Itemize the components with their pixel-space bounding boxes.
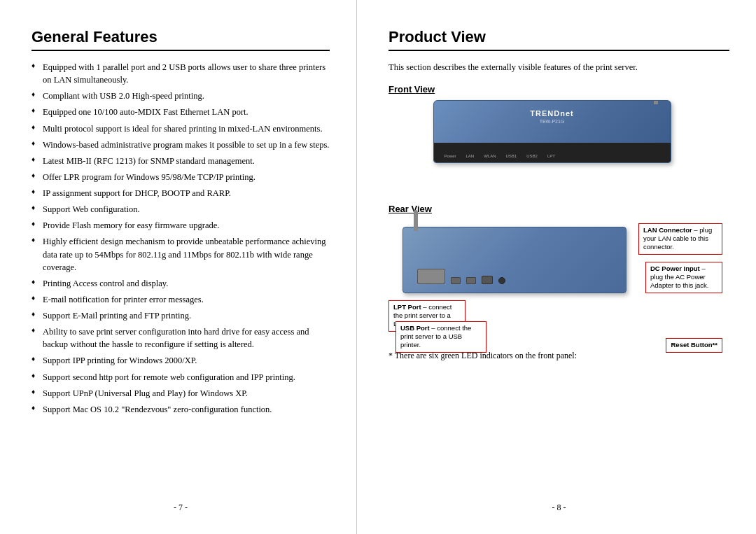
feature-item: Support E-Mail printing and FTP printing… xyxy=(31,309,330,322)
right-page: Product View This section describes the … xyxy=(357,0,756,534)
left-page-title: General Features xyxy=(31,28,330,51)
lpt-port xyxy=(417,269,445,284)
feature-item: Multi protocol support is ideal for shar… xyxy=(31,122,330,135)
router-rear-image xyxy=(402,227,626,293)
feature-item: Equipped one 10/100 auto-MDIX Fast Ether… xyxy=(31,106,330,118)
router-dark-strip: PowerLANWLANUSB1USB2LPT xyxy=(434,143,671,162)
feature-item: E-mail notification for printer error me… xyxy=(31,293,330,306)
callout-dc-label: DC Power Input xyxy=(650,265,700,272)
left-page-number: - 7 - xyxy=(31,496,330,513)
rear-view-section: Rear View LPT Port – connect xyxy=(388,204,729,337)
led-label-item: LAN xyxy=(466,154,475,158)
usb-port-1 xyxy=(451,277,461,284)
feature-item: Offer LPR program for Windows 95/98/Me T… xyxy=(31,171,330,183)
usb-port-2 xyxy=(466,277,476,284)
front-view-label: Front View xyxy=(388,84,729,94)
product-description: This section describes the externally vi… xyxy=(388,61,729,74)
feature-item: Support UPnP (Universal Plug and Play) f… xyxy=(31,387,330,400)
feature-item: Ability to save print server configurati… xyxy=(31,325,330,351)
router-front-image: TRENDnet TEW-P21G PowerLANWLANUSB1USB2LP… xyxy=(433,100,671,163)
callout-lan-label: LAN Connector xyxy=(643,226,692,234)
right-page-title: Product View xyxy=(388,28,729,51)
led-label-item: USB1 xyxy=(506,154,517,158)
callout-lpt-label: LPT Port xyxy=(393,303,421,311)
feature-item: Highly efficient design mechanism to pro… xyxy=(31,235,330,273)
feature-item: Support IPP printing for Windows 2000/XP… xyxy=(31,354,330,367)
rear-antenna xyxy=(414,210,418,231)
led-label-item: WLAN xyxy=(484,154,496,158)
front-view-section: Front View TRENDnet TEW-P21G PowerLANWLA… xyxy=(388,84,729,195)
led-labels: PowerLANWLANUSB1USB2LPT xyxy=(444,154,555,158)
left-page: General Features Equipped with 1 paralle… xyxy=(0,0,357,534)
led-label-item: LPT xyxy=(547,154,555,158)
feature-item: Printing Access control and display. xyxy=(31,277,330,290)
callout-usb: USB Port – connect the print server to a… xyxy=(396,321,486,353)
feature-item: Support Web configuration. xyxy=(31,203,330,216)
right-page-number: - 8 - xyxy=(388,496,729,513)
feature-item: Latest MIB-II (RFC 1213) for SNMP standa… xyxy=(31,155,330,167)
feature-item: Support Mac OS 10.2 "Rendezvous" zero-co… xyxy=(31,403,330,416)
feature-item: Support second http port for remote web … xyxy=(31,371,330,384)
feature-item: Compliant with USB 2.0 High-speed printi… xyxy=(31,90,330,102)
led-label-item: USB2 xyxy=(526,154,538,158)
feature-item: Windows-based administrative program mak… xyxy=(31,139,330,151)
front-view-container: TRENDnet TEW-P21G PowerLANWLANUSB1USB2LP… xyxy=(426,100,692,184)
led-label-item: Power xyxy=(444,154,456,158)
callout-lan: LAN Connector – plug your LAN cable to t… xyxy=(638,223,722,255)
router-antenna xyxy=(654,100,658,104)
callout-reset: Reset Button** xyxy=(666,338,722,352)
lan-port xyxy=(482,276,493,284)
document-page: General Features Equipped with 1 paralle… xyxy=(0,0,756,534)
callout-dc: DC Power Input – plug the AC Power Adapt… xyxy=(645,262,722,293)
feature-item: Provide Flash memory for easy firmware u… xyxy=(31,219,330,232)
router-brand: TRENDnet xyxy=(530,109,573,118)
features-list: Equipped with 1 parallel port and 2 USB … xyxy=(31,61,330,419)
router-brand-sub: TEW-P21G xyxy=(540,119,565,124)
rear-ports xyxy=(417,269,505,284)
rear-view-container: LPT Port – connect the print server to a… xyxy=(388,220,729,332)
dc-port xyxy=(498,277,505,284)
feature-item: Equipped with 1 parallel port and 2 USB … xyxy=(31,61,330,86)
callout-reset-label: Reset Button** xyxy=(671,341,718,349)
rear-view-label: Rear View xyxy=(388,204,729,214)
callout-usb-label: USB Port xyxy=(400,324,430,332)
feature-item: IP assignment support for DHCP, BOOTP an… xyxy=(31,187,330,199)
